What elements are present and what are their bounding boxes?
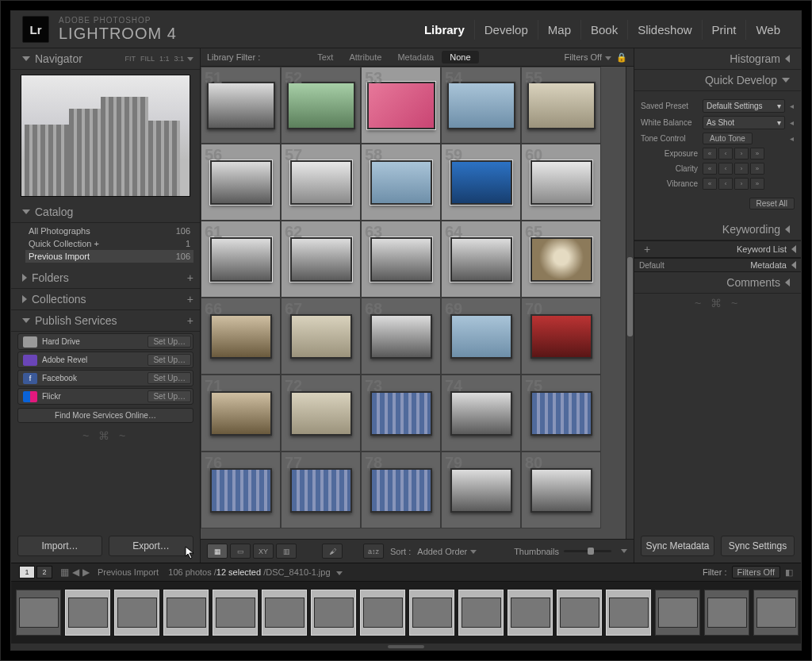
sync-settings-button[interactable]: Sync Settings <box>721 536 795 556</box>
grid-cell[interactable]: 77 <box>281 452 361 528</box>
filmstrip-item[interactable] <box>311 590 356 636</box>
thumbnail[interactable] <box>450 468 512 513</box>
grid-cell[interactable]: 61 <box>201 221 281 298</box>
thumbnail[interactable] <box>370 314 432 359</box>
grid-cell[interactable]: 59 <box>441 144 521 221</box>
disclosure-icon[interactable]: ◂ <box>790 118 795 127</box>
thumbnail[interactable] <box>370 237 432 282</box>
filmstrip-item[interactable] <box>704 590 749 636</box>
thumbnail[interactable] <box>530 391 592 436</box>
thumbnail[interactable] <box>207 82 275 129</box>
module-develop[interactable]: Develop <box>474 20 538 40</box>
sort-direction-button[interactable]: a↕z <box>363 544 384 559</box>
grid-cell[interactable]: 68 <box>361 298 441 375</box>
filmstrip[interactable] <box>11 582 801 644</box>
catalog-header[interactable]: Catalog <box>11 202 200 223</box>
thumbnail-size-slider[interactable]: Thumbnails <box>514 547 611 556</box>
grid-cell[interactable]: 65 <box>521 221 601 298</box>
breadcrumb[interactable]: Previous Import 106 photos /12 selected … <box>98 567 343 577</box>
thumbnail[interactable] <box>450 391 512 436</box>
filmstrip-item[interactable] <box>114 590 159 636</box>
thumbnail[interactable] <box>367 82 435 129</box>
filmstrip-item[interactable] <box>360 590 405 636</box>
chevron-down-icon[interactable] <box>187 57 193 61</box>
main-window-button[interactable]: 1 <box>19 566 35 578</box>
survey-view-button[interactable]: ▥ <box>276 544 297 559</box>
second-window-button[interactable]: 2 <box>36 566 52 578</box>
grid-cell[interactable]: 80 <box>521 452 601 528</box>
grid-cell[interactable]: 67 <box>281 298 361 375</box>
filter-text[interactable]: Text <box>309 51 341 63</box>
back-button[interactable]: ◀ <box>72 567 79 578</box>
thumbnail[interactable] <box>290 237 352 282</box>
grid-cell[interactable]: 64 <box>441 221 521 298</box>
export-button[interactable]: Export… <box>109 536 193 556</box>
quick-develop-header[interactable]: Quick Develop <box>634 70 801 91</box>
thumbnail[interactable] <box>370 160 432 205</box>
filmstrip-item[interactable] <box>16 590 61 636</box>
catalog-all-photographs[interactable]: All Photographs106 <box>25 225 193 237</box>
reset-all-button[interactable]: Reset All <box>749 198 795 209</box>
metadata-header[interactable]: Metadata <box>750 260 787 270</box>
thumbnail[interactable] <box>290 160 352 205</box>
sort-value[interactable]: Added Order <box>417 547 477 556</box>
filmstrip-item[interactable] <box>409 590 454 636</box>
collections-header[interactable]: Collections + <box>11 289 200 310</box>
setup-button[interactable]: Set Up… <box>147 354 191 366</box>
grid-cell[interactable]: 78 <box>361 452 441 528</box>
thumbnail[interactable] <box>530 237 592 282</box>
thumbnail[interactable] <box>530 314 592 359</box>
histogram-header[interactable]: Histogram <box>634 48 801 70</box>
grid-cell[interactable]: 76 <box>201 452 281 528</box>
metadata-preset-select[interactable]: Default <box>639 261 750 270</box>
filmstrip-item[interactable] <box>213 590 258 636</box>
nav-mode-fill[interactable]: FILL <box>140 55 155 63</box>
grid-cell[interactable]: 63 <box>361 221 441 298</box>
thumbnail[interactable] <box>210 160 272 205</box>
find-more-services[interactable]: Find More Services Online… <box>17 408 193 423</box>
loupe-view-button[interactable]: ▭ <box>230 544 251 559</box>
white-balance-select[interactable]: As Shot▾ <box>703 116 785 129</box>
sync-metadata-button[interactable]: Sync Metadata <box>641 536 714 556</box>
thumbnail[interactable] <box>210 468 272 513</box>
thumbnail[interactable] <box>290 314 352 359</box>
publish-header[interactable]: Publish Services + <box>11 310 200 332</box>
thumbnail[interactable] <box>370 391 432 436</box>
grid-cell[interactable]: 72 <box>281 375 361 452</box>
filter-none[interactable]: None <box>442 51 478 63</box>
grid-cell[interactable]: 66 <box>201 298 281 375</box>
plus-icon[interactable]: + <box>187 314 193 327</box>
import-button[interactable]: Import… <box>17 536 102 556</box>
filmstrip-item[interactable] <box>458 590 504 636</box>
clarity-steppers[interactable]: «‹›» <box>703 163 764 175</box>
nav-mode-3to1[interactable]: 3:1 <box>174 55 184 63</box>
thumbnail[interactable] <box>290 468 352 513</box>
grid-cell[interactable]: 58 <box>361 144 441 221</box>
filmstrip-item[interactable] <box>163 590 209 636</box>
filter-preset-select[interactable]: Filters Off <box>732 566 780 578</box>
nav-mode-1to1[interactable]: 1:1 <box>159 55 170 63</box>
navigator-preview[interactable] <box>21 75 190 197</box>
grid-cell[interactable]: 52 <box>281 67 361 144</box>
grid-view-button[interactable]: ▦ <box>207 544 228 559</box>
filmstrip-item[interactable] <box>655 590 700 636</box>
grid-cell[interactable]: 75 <box>521 375 601 452</box>
disclosure-icon[interactable]: ◂ <box>790 134 795 143</box>
lock-icon[interactable]: 🔒 <box>616 52 627 63</box>
grid-cell[interactable]: 69 <box>441 298 521 375</box>
filter-switch-icon[interactable]: ◧ <box>785 567 793 578</box>
nav-mode-fit[interactable]: FIT <box>124 55 136 63</box>
filmstrip-item[interactable] <box>508 590 553 636</box>
painter-tool[interactable]: 🖌 <box>322 544 343 559</box>
keywording-header[interactable]: Keywording <box>634 219 801 240</box>
navigator-header[interactable]: Navigator FIT FILL 1:1 3:1 <box>11 48 200 70</box>
thumbnail[interactable] <box>210 237 272 282</box>
thumbnail[interactable] <box>450 160 512 205</box>
filter-metadata[interactable]: Metadata <box>389 51 442 63</box>
filmstrip-item[interactable] <box>262 590 307 636</box>
module-map[interactable]: Map <box>538 20 580 40</box>
module-print[interactable]: Print <box>702 20 746 40</box>
exposure-steppers[interactable]: «‹›» <box>703 148 764 159</box>
plus-icon[interactable]: + <box>187 271 193 284</box>
publish-facebook[interactable]: fFacebookSet Up… <box>17 370 193 386</box>
